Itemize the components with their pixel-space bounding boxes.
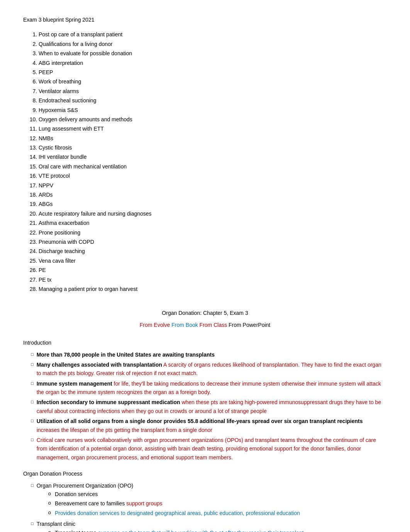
numbered-item-4: ABG interpretation	[39, 59, 387, 67]
numbered-item-8: Endotracheal suctioning	[39, 96, 387, 105]
numbered-item-3: When to evaluate for possible donation	[39, 49, 387, 58]
numbered-item-15: Oral care with mechanical ventilation	[39, 162, 387, 171]
numbered-item-18: ARDs	[39, 190, 387, 199]
numbered-item-1: Post op care of a transplant patient	[39, 30, 387, 39]
numbered-item-5: PEEP	[39, 68, 387, 76]
organ-sub-item-0-0: Donation services	[48, 490, 387, 498]
organ-sub-item-0-2: Provides donation services to designated…	[48, 509, 387, 517]
intro-bullet-5: Utilization of all solid organs from a s…	[31, 417, 387, 434]
source-line: From Evolve From Book From Class From Po…	[23, 321, 387, 329]
numbered-item-9: Hypoxemia S&S	[39, 106, 387, 114]
intro-bullet-4: Infection secondary to immune suppressan…	[31, 398, 387, 415]
numbered-item-26: PE	[39, 266, 387, 274]
introduction-bullet-list: More than 78,000 people in the United St…	[31, 350, 387, 462]
intro-bullet-3: Immune system management for life, they'…	[31, 379, 387, 397]
numbered-item-24: Discharge teaching	[39, 247, 387, 255]
numbered-item-6: Work of breathing	[39, 77, 387, 86]
numbered-item-21: Asthma exacerbation	[39, 219, 387, 227]
organ-donation-bullet-list: Organ Procurement Organization (OPO)Dona…	[31, 481, 387, 532]
source-powerpoint: From PowerPoint	[229, 322, 270, 328]
source-evolve: From Evolve	[140, 322, 170, 328]
organ-sub-item-0-1: Bereavement care to families support gro…	[48, 499, 387, 508]
numbered-item-13: Cystic fibrosis	[39, 143, 387, 152]
section-header: Organ Donation: Chapter 5, Exam 3	[23, 309, 387, 317]
numbered-item-2: Qualifications for a living donor	[39, 40, 387, 48]
numbered-item-14: IHI ventilator bundle	[39, 153, 387, 161]
numbered-list: Post op care of a transplant patientQual…	[39, 30, 387, 293]
numbered-item-28: Managing a patient prior to organ harves…	[39, 285, 387, 293]
source-class: From Class	[200, 322, 227, 328]
numbered-item-27: PE tx	[39, 275, 387, 284]
numbered-item-22: Prone positioning	[39, 228, 387, 237]
numbered-item-16: VTE protocol	[39, 172, 387, 180]
organ-donation-heading: Organ Donation Process	[23, 469, 387, 478]
intro-bullet-2: Many challenges associated with transpla…	[31, 360, 387, 378]
page-title: Exam 3 blueprint Spring 2021	[23, 15, 387, 24]
numbered-item-11: Lung assessment with ETT	[39, 124, 387, 133]
intro-bullet-1: More than 78,000 people in the United St…	[31, 350, 387, 359]
organ-sub-item-1-0: Transplant teams everyone on the team th…	[48, 529, 387, 532]
numbered-item-17: NPPV	[39, 181, 387, 190]
source-book: From Book	[171, 322, 198, 328]
organ-bullet-1: Organ Procurement Organization (OPO)Dona…	[31, 481, 387, 518]
numbered-item-10: Oxygen delivery amounts and methods	[39, 115, 387, 124]
numbered-item-19: ABGs	[39, 200, 387, 208]
numbered-item-20: Acute respiratory failure and nursing di…	[39, 209, 387, 218]
numbered-item-12: NMBs	[39, 134, 387, 143]
introduction-heading: Introduction	[23, 338, 387, 347]
numbered-item-7: Ventilator alarms	[39, 87, 387, 95]
intro-bullet-6: Critical care nurses work collaborativel…	[31, 436, 387, 462]
numbered-item-23: Pneumonia with COPD	[39, 238, 387, 246]
organ-bullet-2: Transplant clinicTransplant teams everyo…	[31, 520, 387, 532]
numbered-item-25: Vena cava filter	[39, 257, 387, 265]
